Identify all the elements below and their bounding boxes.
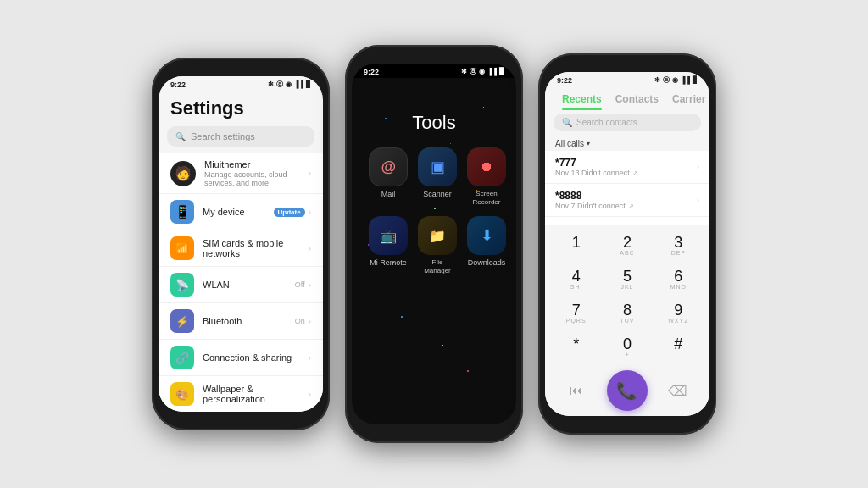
scanner-label: Scanner (423, 190, 452, 199)
wlan-label: WLAN (203, 280, 287, 290)
app-recorder[interactable]: ⏺ Screen Recorder (467, 147, 506, 206)
dial-key-2[interactable]: 2 ABC (603, 230, 651, 262)
contact-search[interactable]: 🔍 Search contacts (554, 114, 701, 131)
call-item-2[interactable]: *778 Nov 1 Didn't connect ↗ › (545, 217, 709, 225)
call-info-1: *8888 Nov 7 Didn't connect ↗ (555, 190, 697, 210)
wlan-icon: 📡 (170, 273, 194, 297)
dial-letters-8: TUV (620, 318, 634, 325)
dial-letters-5: JKL (620, 284, 633, 291)
downloads-label: Downloads (468, 258, 506, 268)
app-miremote[interactable]: 📺 Mi Remote (369, 216, 408, 274)
settings-item-mydevice[interactable]: 📱 My device Update › (159, 194, 323, 230)
all-calls-row[interactable]: All calls ▾ (545, 136, 709, 151)
avatar-icon: 🧑 (170, 161, 196, 186)
sim-label: SIM cards & mobile networks (203, 238, 300, 258)
dial-letters-0: + (625, 352, 629, 359)
app-filemanager[interactable]: 📁 File Manager (418, 216, 457, 274)
miuithemer-sub: Manage accounts, cloud services, and mor… (204, 170, 300, 187)
call-info-0: *777 Nov 13 Didn't connect ↗ (555, 157, 697, 177)
call-arrow-1: › (697, 196, 699, 204)
bluetooth-status: On (295, 317, 305, 325)
dial-num-0: 0 (623, 336, 632, 352)
tools-screen-wrap: 9:22 ✻ ⓐ ◉ ▐▐ ▊ Tools @ Mail (352, 64, 516, 424)
dial-key-0[interactable]: 0 + (603, 332, 651, 363)
dial-bottom: ⏮ 📞 ⌫ (545, 367, 709, 416)
dial-pad: 1 2 ABC 3 DEF 4 GHI (545, 225, 709, 367)
settings-item-wallpaper[interactable]: 🎨 Wallpaper & personalization › (159, 376, 323, 412)
contact-search-placeholder: Search contacts (576, 118, 637, 127)
mydevice-right: Update › (274, 208, 311, 217)
tab-contacts[interactable]: Contacts (609, 90, 665, 108)
tab-carrier[interactable]: Carrier (665, 90, 709, 108)
app-grid: @ Mail ▣ Scanner ⏺ Screen Recorder (352, 134, 516, 288)
mydevice-label: My device (203, 207, 265, 217)
sim-icon: 📶 (170, 236, 194, 260)
settings-item-sim[interactable]: 📶 SIM cards & mobile networks › (159, 230, 323, 267)
search-bar[interactable]: 🔍 Search settings (167, 126, 314, 147)
outgoing-icon-0: ↗ (632, 169, 638, 177)
dial-num-2: 2 (623, 235, 632, 250)
chevron-icon-5: › (309, 317, 311, 326)
chevron-icon-4: › (309, 280, 311, 290)
chevron-icon-3: › (309, 244, 311, 253)
mydevice-text: My device (203, 207, 265, 217)
chevron-icon-2: › (309, 208, 311, 217)
miremote-icon: 📺 (369, 216, 408, 255)
search-placeholder: Search settings (191, 131, 255, 141)
dial-grid: 1 2 ABC 3 DEF 4 GHI (552, 230, 703, 363)
settings-item-connection[interactable]: 🔗 Connection & sharing › (159, 340, 323, 376)
wlan-right: Off › (295, 280, 311, 290)
prev-button[interactable]: ⏮ (560, 374, 593, 407)
all-calls-label: All calls (555, 139, 584, 148)
dial-num-1: 1 (572, 235, 581, 250)
filemanager-label: File Manager (418, 258, 457, 274)
app-mail[interactable]: @ Mail (369, 147, 408, 206)
dial-num-8: 8 (623, 302, 632, 318)
dial-key-4[interactable]: 4 GHI (552, 264, 600, 296)
call-number-0: *777 (555, 157, 697, 169)
dial-letters-3: DEF (671, 250, 686, 258)
call-list: *777 Nov 13 Didn't connect ↗ › *8888 Nov… (545, 151, 709, 225)
call-item-0[interactable]: *777 Nov 13 Didn't connect ↗ › (545, 151, 709, 184)
status-bar-3: 9:22 ✻ ⓐ ◉ ▐▐ ▊ (545, 72, 709, 86)
app-downloads[interactable]: ⬇ Downloads (467, 216, 506, 274)
settings-item-wlan[interactable]: 📡 WLAN Off › (159, 267, 323, 303)
dial-key-5[interactable]: 5 JKL (603, 264, 651, 296)
dial-letters-9: WXYZ (668, 318, 688, 325)
dial-key-9[interactable]: 9 WXYZ (654, 298, 703, 330)
filemanager-icon: 📁 (418, 216, 457, 255)
tabs-row: Recents Contacts Carrier ⚙ (545, 86, 709, 108)
chevron-icon-7: › (309, 390, 311, 399)
status-bar-2: 9:22 ✻ ⓐ ◉ ▐▐ ▊ (352, 64, 516, 78)
recorder-label: Screen Recorder (467, 190, 506, 206)
tab-recents[interactable]: Recents (555, 90, 609, 108)
wlan-text: WLAN (203, 280, 287, 290)
mail-label: Mail (381, 190, 396, 199)
dial-num-9: 9 (674, 302, 682, 318)
dial-letters-6: MNO (670, 284, 687, 291)
chevron-icon-6: › (309, 353, 311, 363)
app-scanner[interactable]: ▣ Scanner (418, 147, 457, 206)
dial-num-5: 5 (623, 269, 632, 284)
dial-num-3: 3 (674, 235, 682, 250)
settings-item-miuithemer[interactable]: 🧑 Miuithemer Manage accounts, cloud serv… (159, 153, 323, 194)
dial-key-7[interactable]: 7 PQRS (552, 298, 600, 330)
call-item-1[interactable]: *8888 Nov 7 Didn't connect ↗ › (545, 184, 709, 217)
dropdown-icon: ▾ (587, 140, 590, 147)
dial-key-star[interactable]: * (552, 332, 600, 363)
backspace-button[interactable]: ⌫ (662, 374, 694, 407)
connection-label: Connection & sharing (203, 352, 300, 363)
call-button[interactable]: 📞 (607, 370, 648, 411)
settings-item-bluetooth[interactable]: ⚡ Bluetooth On › (159, 303, 323, 340)
status-icons-3: ✻ ⓐ ◉ ▐▐ ▊ (654, 75, 698, 85)
recorder-icon: ⏺ (467, 147, 506, 186)
wallpaper-text: Wallpaper & personalization (203, 384, 300, 404)
mail-icon: @ (369, 147, 408, 186)
dial-key-6[interactable]: 6 MNO (654, 264, 703, 296)
dial-key-3[interactable]: 3 DEF (654, 230, 703, 262)
dial-key-hash[interactable]: # (654, 332, 703, 363)
sim-text: SIM cards & mobile networks (203, 238, 300, 258)
dial-key-8[interactable]: 8 TUV (603, 298, 651, 330)
mydevice-icon: 📱 (170, 200, 194, 224)
dial-key-1[interactable]: 1 (552, 230, 600, 262)
